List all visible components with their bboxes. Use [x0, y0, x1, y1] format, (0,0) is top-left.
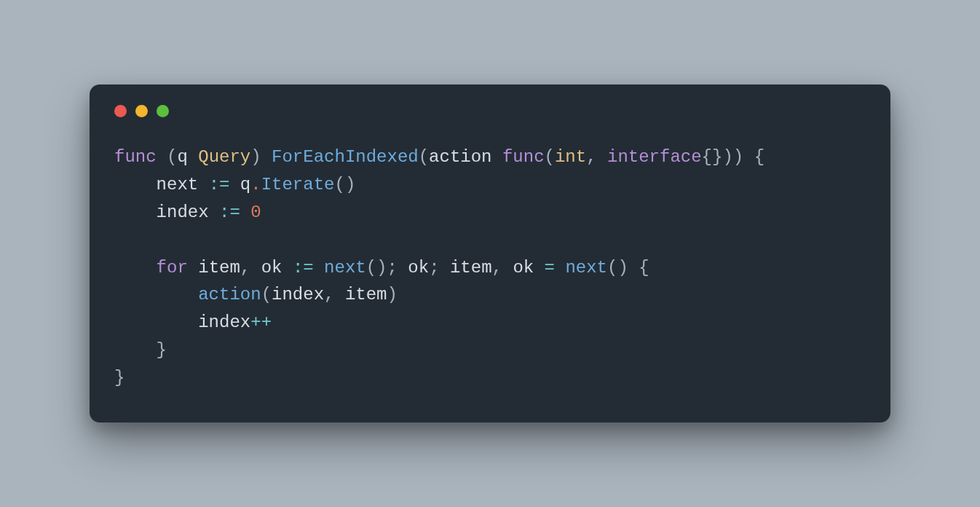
punct: ; — [429, 258, 439, 278]
call-next: next — [324, 258, 366, 278]
punct: , — [324, 285, 334, 304]
punct: ) — [387, 285, 397, 304]
var-index: index — [157, 203, 209, 222]
call-next: next — [565, 258, 607, 278]
var-ok: ok — [408, 258, 429, 278]
punct: ) — [733, 147, 743, 167]
var-index: index — [272, 285, 324, 304]
op-walrus: := — [209, 175, 230, 194]
minimize-icon[interactable] — [135, 105, 148, 117]
var-ok: ok — [513, 258, 534, 278]
var-index: index — [198, 313, 250, 332]
var-item: item — [450, 258, 492, 278]
keyword-func: func — [502, 147, 545, 167]
punct: ( — [167, 147, 177, 167]
op-eq: = — [545, 258, 555, 278]
close-icon[interactable] — [114, 105, 127, 117]
punct: ) — [250, 147, 261, 167]
punct: ( — [545, 147, 555, 167]
punct: { — [754, 147, 764, 167]
punct: {} — [702, 147, 723, 167]
punct: ) — [722, 147, 732, 167]
var-item: item — [345, 285, 387, 304]
punct: , — [240, 258, 250, 278]
call-action: action — [198, 285, 261, 304]
punct: ( — [419, 147, 429, 167]
maximize-icon[interactable] — [157, 105, 169, 117]
keyword-for: for — [157, 258, 188, 278]
keyword-func: func — [114, 147, 157, 167]
punct: { — [639, 258, 649, 278]
op-walrus: := — [219, 203, 240, 222]
punct: , — [492, 258, 502, 278]
op-walrus: := — [293, 258, 314, 278]
var-item: item — [198, 258, 240, 278]
type-int: int — [555, 147, 586, 167]
punct: () — [366, 258, 387, 278]
punct: () — [607, 258, 628, 278]
var-ok: ok — [261, 258, 282, 278]
dot-op: . — [250, 175, 261, 194]
punct: } — [114, 368, 125, 388]
punct: ; — [387, 258, 398, 278]
code-window: func (q Query) ForEachIndexed(action fun… — [90, 84, 890, 422]
punct: , — [586, 147, 596, 167]
ident-q: q — [240, 175, 250, 194]
receiver-name: q — [177, 147, 187, 167]
punct: () — [334, 175, 355, 194]
param-name: action — [429, 147, 491, 167]
receiver-type: Query — [198, 147, 250, 167]
keyword-interface: interface — [607, 147, 702, 167]
literal-zero: 0 — [250, 203, 261, 222]
method-iterate: Iterate — [261, 175, 335, 194]
code-block: func (q Query) ForEachIndexed(action fun… — [114, 144, 866, 392]
method-name: ForEachIndexed — [272, 147, 419, 167]
punct: ( — [261, 285, 272, 304]
traffic-lights — [114, 105, 866, 117]
var-next: next — [157, 175, 199, 194]
punct: } — [157, 340, 167, 360]
op-increment: ++ — [250, 313, 272, 332]
